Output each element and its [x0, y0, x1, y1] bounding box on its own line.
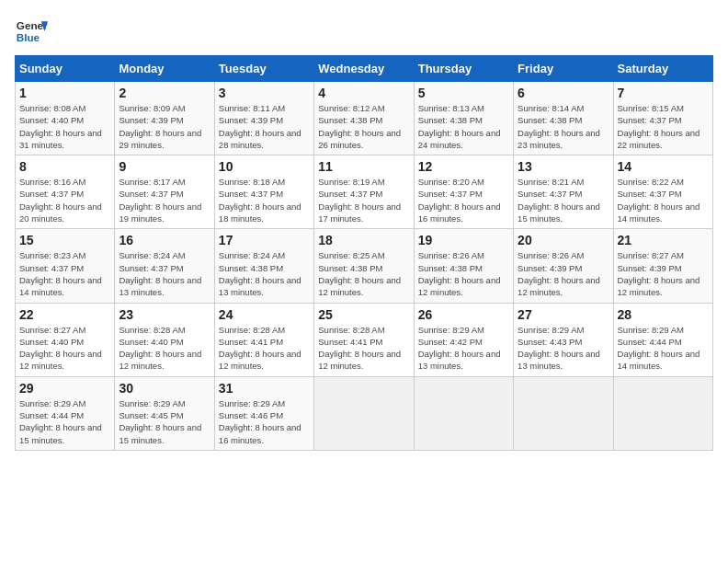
- calendar-day-cell: 28Sunrise: 8:29 AM Sunset: 4:44 PM Dayli…: [613, 303, 712, 376]
- day-info: Sunrise: 8:24 AM Sunset: 4:38 PM Dayligh…: [219, 249, 310, 298]
- calendar-header-cell: Tuesday: [214, 56, 313, 82]
- day-number: 24: [219, 307, 310, 322]
- calendar-day-cell: [414, 376, 513, 450]
- day-info: Sunrise: 8:20 AM Sunset: 4:37 PM Dayligh…: [418, 176, 509, 224]
- day-number: 15: [19, 233, 110, 247]
- day-number: 10: [219, 159, 310, 174]
- day-number: 1: [19, 86, 110, 100]
- calendar-header-cell: Wednesday: [314, 56, 414, 82]
- day-info: Sunrise: 8:19 AM Sunset: 4:37 PM Dayligh…: [318, 176, 409, 224]
- calendar-day-cell: 21Sunrise: 8:27 AM Sunset: 4:39 PM Dayli…: [613, 229, 712, 303]
- calendar-day-cell: 5Sunrise: 8:13 AM Sunset: 4:38 PM Daylig…: [414, 82, 513, 155]
- day-number: 26: [418, 307, 509, 322]
- day-info: Sunrise: 8:29 AM Sunset: 4:46 PM Dayligh…: [219, 397, 310, 446]
- calendar-day-cell: 27Sunrise: 8:29 AM Sunset: 4:43 PM Dayli…: [514, 303, 613, 376]
- day-info: Sunrise: 8:29 AM Sunset: 4:44 PM Dayligh…: [19, 397, 110, 446]
- day-number: 11: [318, 159, 409, 174]
- day-number: 29: [19, 381, 110, 396]
- calendar-day-cell: 1Sunrise: 8:08 AM Sunset: 4:40 PM Daylig…: [16, 82, 115, 155]
- day-info: Sunrise: 8:28 AM Sunset: 4:41 PM Dayligh…: [318, 324, 409, 373]
- calendar-day-cell: 12Sunrise: 8:20 AM Sunset: 4:37 PM Dayli…: [414, 155, 513, 229]
- day-info: Sunrise: 8:22 AM Sunset: 4:37 PM Dayligh…: [618, 176, 709, 224]
- page-header: General Blue: [15, 15, 713, 48]
- day-info: Sunrise: 8:28 AM Sunset: 4:40 PM Dayligh…: [119, 324, 210, 373]
- calendar-day-cell: 26Sunrise: 8:29 AM Sunset: 4:42 PM Dayli…: [414, 303, 513, 376]
- day-number: 17: [219, 233, 310, 247]
- day-number: 18: [318, 233, 409, 247]
- day-info: Sunrise: 8:25 AM Sunset: 4:38 PM Dayligh…: [318, 249, 409, 298]
- calendar-day-cell: 14Sunrise: 8:22 AM Sunset: 4:37 PM Dayli…: [613, 155, 712, 229]
- calendar-day-cell: [613, 376, 712, 450]
- calendar-day-cell: 24Sunrise: 8:28 AM Sunset: 4:41 PM Dayli…: [214, 303, 313, 376]
- day-number: 30: [119, 381, 210, 396]
- calendar-header-cell: Sunday: [16, 56, 115, 82]
- day-info: Sunrise: 8:14 AM Sunset: 4:38 PM Dayligh…: [518, 102, 609, 151]
- calendar-day-cell: 31Sunrise: 8:29 AM Sunset: 4:46 PM Dayli…: [214, 376, 313, 450]
- calendar-body: 1Sunrise: 8:08 AM Sunset: 4:40 PM Daylig…: [16, 82, 713, 451]
- day-info: Sunrise: 8:09 AM Sunset: 4:39 PM Dayligh…: [119, 102, 210, 151]
- calendar-day-cell: 15Sunrise: 8:23 AM Sunset: 4:37 PM Dayli…: [16, 229, 115, 303]
- calendar-day-cell: 30Sunrise: 8:29 AM Sunset: 4:45 PM Dayli…: [115, 376, 214, 450]
- day-number: 19: [418, 233, 509, 247]
- calendar-header-cell: Thursday: [414, 56, 513, 82]
- calendar-day-cell: 23Sunrise: 8:28 AM Sunset: 4:40 PM Dayli…: [115, 303, 214, 376]
- day-info: Sunrise: 8:11 AM Sunset: 4:39 PM Dayligh…: [219, 102, 310, 151]
- day-info: Sunrise: 8:17 AM Sunset: 4:37 PM Dayligh…: [119, 176, 210, 224]
- day-number: 20: [518, 233, 609, 247]
- day-number: 13: [518, 159, 609, 174]
- day-number: 8: [19, 159, 110, 174]
- calendar-day-cell: 4Sunrise: 8:12 AM Sunset: 4:38 PM Daylig…: [314, 82, 414, 155]
- calendar-day-cell: 9Sunrise: 8:17 AM Sunset: 4:37 PM Daylig…: [115, 155, 214, 229]
- calendar-header-row: SundayMondayTuesdayWednesdayThursdayFrid…: [16, 56, 713, 82]
- day-info: Sunrise: 8:28 AM Sunset: 4:41 PM Dayligh…: [219, 324, 310, 373]
- logo: General Blue: [15, 15, 48, 48]
- day-info: Sunrise: 8:08 AM Sunset: 4:40 PM Dayligh…: [19, 102, 110, 151]
- calendar-week-row: 22Sunrise: 8:27 AM Sunset: 4:40 PM Dayli…: [16, 303, 713, 376]
- calendar-table: SundayMondayTuesdayWednesdayThursdayFrid…: [15, 55, 713, 451]
- calendar-day-cell: 29Sunrise: 8:29 AM Sunset: 4:44 PM Dayli…: [16, 376, 115, 450]
- calendar-day-cell: 13Sunrise: 8:21 AM Sunset: 4:37 PM Dayli…: [514, 155, 613, 229]
- day-number: 3: [219, 86, 310, 100]
- logo-icon: General Blue: [15, 15, 48, 48]
- day-number: 12: [418, 159, 509, 174]
- calendar-day-cell: [514, 376, 613, 450]
- day-info: Sunrise: 8:27 AM Sunset: 4:39 PM Dayligh…: [618, 249, 709, 298]
- day-info: Sunrise: 8:26 AM Sunset: 4:38 PM Dayligh…: [418, 249, 509, 298]
- calendar-day-cell: 6Sunrise: 8:14 AM Sunset: 4:38 PM Daylig…: [514, 82, 613, 155]
- calendar-week-row: 1Sunrise: 8:08 AM Sunset: 4:40 PM Daylig…: [16, 82, 713, 155]
- calendar-day-cell: [314, 376, 414, 450]
- day-number: 5: [418, 86, 509, 100]
- day-info: Sunrise: 8:12 AM Sunset: 4:38 PM Dayligh…: [318, 102, 409, 151]
- day-info: Sunrise: 8:29 AM Sunset: 4:43 PM Dayligh…: [518, 324, 609, 373]
- day-info: Sunrise: 8:15 AM Sunset: 4:37 PM Dayligh…: [618, 102, 709, 151]
- calendar-day-cell: 3Sunrise: 8:11 AM Sunset: 4:39 PM Daylig…: [214, 82, 313, 155]
- calendar-header-cell: Friday: [514, 56, 613, 82]
- day-number: 27: [518, 307, 609, 322]
- day-number: 14: [618, 159, 709, 174]
- calendar-day-cell: 10Sunrise: 8:18 AM Sunset: 4:37 PM Dayli…: [214, 155, 313, 229]
- calendar-day-cell: 8Sunrise: 8:16 AM Sunset: 4:37 PM Daylig…: [16, 155, 115, 229]
- day-info: Sunrise: 8:26 AM Sunset: 4:39 PM Dayligh…: [518, 249, 609, 298]
- day-number: 31: [219, 381, 310, 396]
- calendar-day-cell: 22Sunrise: 8:27 AM Sunset: 4:40 PM Dayli…: [16, 303, 115, 376]
- day-number: 7: [618, 86, 709, 100]
- calendar-week-row: 8Sunrise: 8:16 AM Sunset: 4:37 PM Daylig…: [16, 155, 713, 229]
- calendar-day-cell: 11Sunrise: 8:19 AM Sunset: 4:37 PM Dayli…: [314, 155, 414, 229]
- day-info: Sunrise: 8:21 AM Sunset: 4:37 PM Dayligh…: [518, 176, 609, 224]
- day-info: Sunrise: 8:16 AM Sunset: 4:37 PM Dayligh…: [19, 176, 110, 224]
- calendar-day-cell: 18Sunrise: 8:25 AM Sunset: 4:38 PM Dayli…: [314, 229, 414, 303]
- calendar-day-cell: 16Sunrise: 8:24 AM Sunset: 4:37 PM Dayli…: [115, 229, 214, 303]
- calendar-day-cell: 20Sunrise: 8:26 AM Sunset: 4:39 PM Dayli…: [514, 229, 613, 303]
- day-info: Sunrise: 8:23 AM Sunset: 4:37 PM Dayligh…: [19, 249, 110, 298]
- day-number: 25: [318, 307, 409, 322]
- day-number: 22: [19, 307, 110, 322]
- day-info: Sunrise: 8:18 AM Sunset: 4:37 PM Dayligh…: [219, 176, 310, 224]
- calendar-week-row: 15Sunrise: 8:23 AM Sunset: 4:37 PM Dayli…: [16, 229, 713, 303]
- calendar-day-cell: 7Sunrise: 8:15 AM Sunset: 4:37 PM Daylig…: [613, 82, 712, 155]
- calendar-header-cell: Saturday: [613, 56, 712, 82]
- calendar-day-cell: 2Sunrise: 8:09 AM Sunset: 4:39 PM Daylig…: [115, 82, 214, 155]
- day-info: Sunrise: 8:27 AM Sunset: 4:40 PM Dayligh…: [19, 324, 110, 373]
- day-info: Sunrise: 8:29 AM Sunset: 4:42 PM Dayligh…: [418, 324, 509, 373]
- day-number: 9: [119, 159, 210, 174]
- day-number: 2: [119, 86, 210, 100]
